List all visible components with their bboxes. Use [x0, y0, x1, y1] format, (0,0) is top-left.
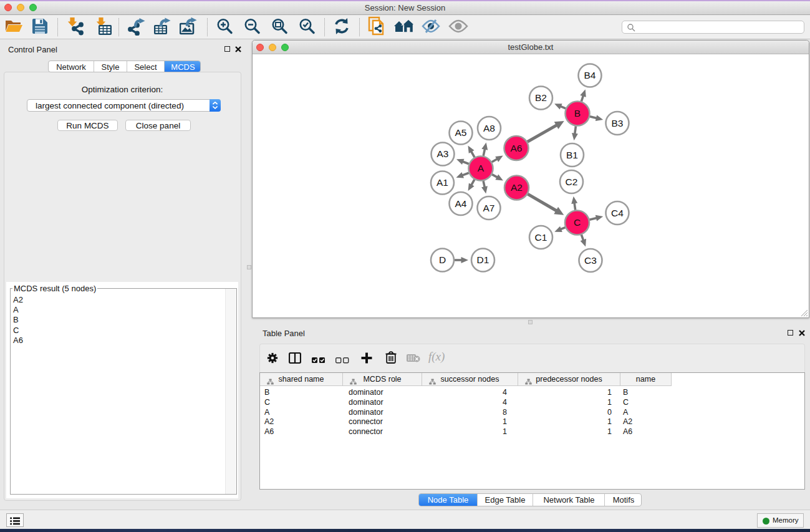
svg-text:C4: C4: [611, 208, 624, 218]
svg-text:A2: A2: [511, 182, 523, 193]
svg-text:A5: A5: [455, 127, 467, 138]
svg-text:B1: B1: [566, 150, 578, 160]
svg-text:A4: A4: [455, 198, 467, 209]
svg-text:C2: C2: [566, 177, 578, 187]
svg-text:A7: A7: [483, 203, 495, 213]
svg-text:B2: B2: [535, 92, 547, 103]
svg-text:A8: A8: [483, 123, 495, 133]
svg-text:A1: A1: [436, 177, 448, 188]
svg-text:C1: C1: [535, 232, 547, 243]
svg-text:D1: D1: [477, 254, 489, 265]
svg-text:A3: A3: [437, 148, 449, 159]
svg-text:C: C: [574, 217, 581, 228]
svg-text:B: B: [574, 108, 581, 118]
svg-text:B3: B3: [612, 118, 624, 128]
svg-text:D: D: [439, 254, 446, 265]
svg-text:B4: B4: [584, 70, 596, 80]
svg-text:A6: A6: [511, 143, 523, 153]
svg-text:A: A: [478, 163, 485, 173]
svg-text:C3: C3: [584, 255, 597, 266]
